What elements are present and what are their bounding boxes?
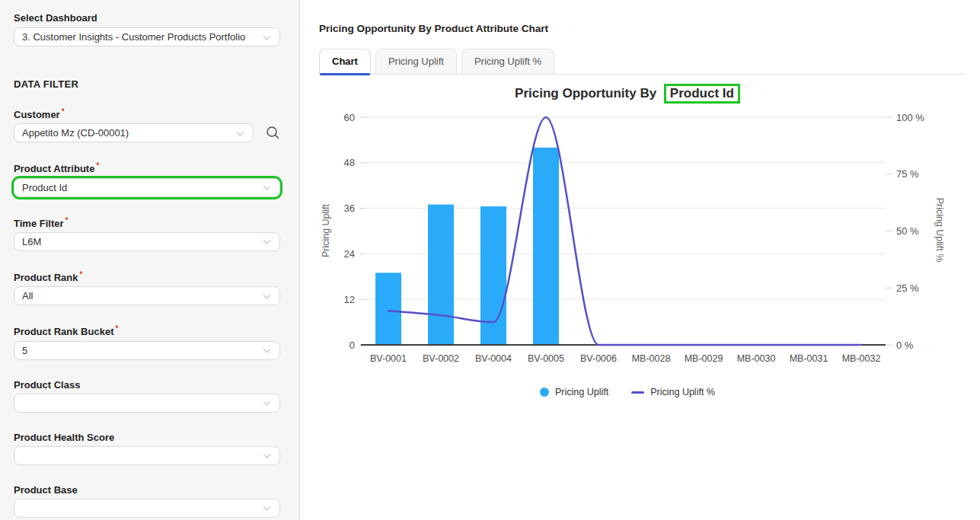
chevron-down-icon: [263, 237, 271, 244]
chevron-down-icon: [263, 183, 271, 190]
product-health-score-label: Product Health Score: [14, 432, 114, 443]
chart-line-pricing-uplift-pct: [388, 117, 861, 345]
x-axis-category-label: BV-0002: [423, 353, 459, 364]
chevron-down-icon: [263, 451, 271, 458]
left-axis-tick-label: 60: [344, 112, 355, 123]
dashboard-select-value: 3. Customer Insights - Customer Products…: [22, 31, 245, 43]
product-rank-bucket-select-value: 5: [22, 345, 27, 356]
time-filter-label: Time Filter: [14, 218, 64, 229]
chart-title-prefix: Pricing Opportunity By: [515, 86, 660, 100]
tab-pricing-uplift-pct[interactable]: Pricing Uplift %: [461, 49, 554, 74]
left-axis-tick-label: 24: [344, 248, 355, 260]
filter-group-product-rank: Product Rank* All: [14, 270, 280, 305]
chevron-down-icon: [263, 32, 271, 40]
product-rank-bucket-select[interactable]: 5: [14, 341, 280, 360]
product-base-label: Product Base: [14, 484, 78, 496]
legend-item-pricing-uplift[interactable]: Pricing Uplift: [540, 387, 608, 397]
filter-sidebar: Select Dashboard 3. Customer Insights - …: [0, 0, 300, 520]
legend-dot-icon: [540, 388, 549, 397]
main-content: Pricing Opportunity By Product Attribute…: [300, 0, 980, 520]
right-axis-tick-label: 50 %: [896, 225, 919, 237]
filter-group-product-class: Product Class: [14, 379, 280, 413]
product-attribute-label: Product Attribute: [14, 164, 94, 175]
tab-pricing-uplift[interactable]: Pricing Uplift: [375, 49, 457, 74]
x-axis-category-label: MB-0028: [632, 353, 671, 364]
x-axis-category-label: BV-0004: [475, 353, 512, 364]
x-axis-category-label: BV-0006: [580, 353, 617, 364]
left-axis-tick-label: 12: [344, 294, 355, 305]
time-filter-select-value: L6M: [22, 236, 41, 247]
chevron-down-icon: [237, 128, 244, 136]
x-axis-category-label: MB-0029: [685, 353, 723, 364]
product-attribute-select[interactable]: Product Id: [14, 178, 280, 197]
chart-bar-BV-0004[interactable]: [480, 206, 506, 345]
legend-item-pricing-uplift[interactable]: Pricing Uplift %: [631, 387, 715, 397]
legend-label: Pricing Uplift %: [650, 387, 715, 397]
x-axis-category-label: MB-0032: [842, 353, 881, 364]
chart-bar-BV-0001[interactable]: [375, 273, 401, 345]
filter-group-product-base: Product Base: [14, 484, 280, 518]
left-axis-tick-label: 36: [344, 203, 355, 214]
customer-label: Customer: [14, 109, 60, 120]
app-window: Select Dashboard 3. Customer Insights - …: [0, 0, 980, 520]
required-asterisk: *: [80, 270, 83, 279]
right-axis-tick-label: 25 %: [896, 282, 919, 294]
chevron-down-icon: [263, 398, 271, 406]
filter-group-product-health-score: Product Health Score: [14, 432, 280, 465]
chart-legend: Pricing UpliftPricing Uplift %: [300, 387, 955, 397]
x-axis-category-label: BV-0001: [370, 353, 407, 364]
time-filter-select[interactable]: L6M: [14, 232, 280, 251]
chart-bar-BV-0005[interactable]: [533, 148, 559, 345]
chevron-down-icon: [263, 346, 271, 353]
right-axis-tick-label: 0 %: [896, 340, 914, 351]
product-rank-label: Product Rank: [14, 272, 78, 283]
left-axis-tick-label: 0: [350, 340, 355, 351]
chevron-down-icon: [263, 503, 271, 511]
dashboard-select[interactable]: 3. Customer Insights - Customer Products…: [14, 27, 280, 46]
select-dashboard-label: Select Dashboard: [14, 12, 280, 24]
filter-group-time-filter: Time Filter* L6M: [14, 216, 280, 251]
combo-chart: 012243648600 %25 %50 %75 %100 %Pricing U…: [300, 108, 955, 382]
product-rank-select-value: All: [22, 290, 33, 301]
left-axis-title: Pricing Uplift: [321, 203, 331, 257]
chart-panel: Pricing Opportunity By Product Id 012243…: [300, 82, 955, 397]
required-asterisk: *: [65, 216, 69, 225]
right-axis-title: Pricing Uplift %: [934, 198, 945, 263]
legend-line-icon: [631, 391, 644, 394]
chevron-down-icon: [263, 291, 271, 298]
x-axis-category-label: BV-0005: [528, 353, 564, 364]
customer-select[interactable]: Appetito Mz (CD-00001): [14, 123, 254, 142]
product-base-select[interactable]: [14, 499, 280, 518]
product-class-label: Product Class: [14, 379, 80, 391]
right-axis-tick-label: 75 %: [896, 168, 919, 180]
filter-group-product-rank-bucket: Product Rank Bucket* 5: [14, 324, 280, 359]
tabs-row: Chart Pricing Uplift Pricing Uplift %: [319, 49, 965, 75]
chart-title: Pricing Opportunity By Product Id: [300, 82, 955, 108]
widget-title: Pricing Opportunity By Product Attribute…: [300, 0, 980, 34]
data-filter-heading: DATA FILTER: [14, 78, 280, 90]
filter-group-product-attribute: Product Attribute* Product Id: [14, 161, 280, 196]
product-attribute-select-value: Product Id: [22, 182, 67, 193]
left-axis-tick-label: 48: [344, 157, 355, 168]
chart-bar-BV-0002[interactable]: [428, 205, 454, 345]
product-rank-select[interactable]: All: [14, 286, 280, 305]
tab-chart[interactable]: Chart: [319, 49, 371, 74]
required-asterisk: *: [115, 324, 118, 333]
x-axis-category-label: MB-0031: [790, 353, 828, 364]
chart-title-highlight: Product Id: [664, 84, 740, 104]
product-rank-bucket-label: Product Rank Bucket: [14, 327, 113, 338]
legend-label: Pricing Uplift: [555, 387, 608, 397]
customer-search-icon[interactable]: [265, 126, 280, 141]
product-health-score-select[interactable]: [14, 446, 280, 465]
required-asterisk: *: [62, 107, 65, 116]
customer-select-value: Appetito Mz (CD-00001): [22, 127, 129, 139]
product-class-select[interactable]: [14, 394, 280, 413]
x-axis-category-label: MB-0030: [737, 353, 776, 364]
required-asterisk: *: [96, 161, 99, 170]
right-axis-tick-label: 100 %: [896, 112, 924, 123]
filter-group-customer: Customer* Appetito Mz (CD-00001): [14, 107, 280, 142]
